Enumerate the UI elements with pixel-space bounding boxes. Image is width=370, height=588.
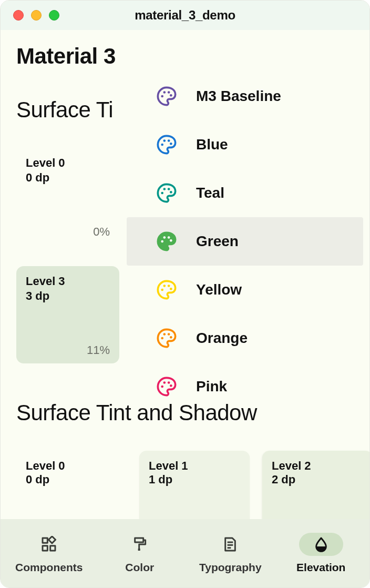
color-option[interactable]: Blue xyxy=(127,120,363,169)
elevation-tile-s2: Level 2 2 dp xyxy=(262,451,369,519)
elevation-tile-s0: Level 0 0 dp xyxy=(16,451,127,519)
color-option-label: Blue xyxy=(196,136,228,153)
color-option-label: M3 Baseline xyxy=(196,88,281,105)
page-title: Material 3 xyxy=(16,44,354,69)
titlebar: material_3_demo xyxy=(1,1,369,30)
svg-point-21 xyxy=(163,333,166,336)
palette-icon xyxy=(156,328,177,349)
svg-point-27 xyxy=(170,384,172,387)
svg-point-1 xyxy=(163,91,166,94)
svg-point-10 xyxy=(168,188,170,190)
svg-point-15 xyxy=(170,239,172,242)
color-option[interactable]: Yellow xyxy=(127,266,363,314)
nav-tab-components[interactable]: Components xyxy=(4,533,95,574)
svg-point-5 xyxy=(163,139,166,142)
svg-point-3 xyxy=(170,94,172,97)
svg-rect-31 xyxy=(49,536,56,543)
opacity-icon xyxy=(299,533,343,556)
svg-rect-33 xyxy=(138,549,140,551)
elevation-tile-s1: Level 1 1 dp xyxy=(139,451,250,519)
svg-point-4 xyxy=(161,144,163,146)
nav-tab-color[interactable]: Color xyxy=(95,533,186,574)
tile-dp: 0 dp xyxy=(26,171,110,185)
elevation-tile-3: Level 3 3 dp 11% xyxy=(16,266,119,363)
text_snippet-icon xyxy=(208,533,252,556)
nav-label: Components xyxy=(15,561,83,574)
svg-point-20 xyxy=(161,337,163,340)
svg-point-12 xyxy=(161,240,163,243)
svg-point-22 xyxy=(168,333,170,336)
color-option[interactable]: Green xyxy=(127,217,363,266)
color-option-label: Green xyxy=(196,233,239,250)
svg-point-14 xyxy=(168,236,170,239)
palette-icon xyxy=(156,279,177,300)
tile-pct: 11% xyxy=(87,343,110,357)
window-title: material_3_demo xyxy=(1,8,369,23)
svg-point-11 xyxy=(170,191,172,194)
color-option[interactable]: M3 Baseline xyxy=(127,72,363,120)
color-option-label: Yellow xyxy=(196,281,242,298)
svg-point-0 xyxy=(161,95,163,98)
tile-level: Level 0 xyxy=(26,156,110,170)
nav-label: Color xyxy=(125,561,154,574)
tile-dp: 3 dp xyxy=(26,289,110,303)
svg-point-24 xyxy=(161,386,163,388)
nav-tab-typography[interactable]: Typography xyxy=(185,533,276,574)
tile-level: Level 0 xyxy=(26,459,117,473)
tile-level: Level 3 xyxy=(26,275,110,288)
tile-dp: 2 dp xyxy=(272,473,363,486)
color-option-label: Teal xyxy=(196,185,224,201)
palette-icon xyxy=(156,86,177,107)
palette-icon xyxy=(156,231,177,252)
svg-point-6 xyxy=(168,139,170,142)
palette-icon xyxy=(156,376,177,397)
svg-point-13 xyxy=(163,236,166,239)
color-option-label: Orange xyxy=(196,330,248,347)
svg-point-7 xyxy=(170,143,172,145)
color-option[interactable]: Orange xyxy=(127,314,363,362)
color-option[interactable]: Teal xyxy=(127,169,363,217)
svg-point-8 xyxy=(161,192,163,195)
tile-dp: 0 dp xyxy=(26,473,117,486)
color-picker-menu: M3 Baseline Blue Teal Green Yellow Orang… xyxy=(127,72,363,411)
svg-point-2 xyxy=(168,91,170,94)
nav-tab-elevation[interactable]: Elevation xyxy=(276,533,367,574)
svg-point-9 xyxy=(163,188,166,190)
svg-point-19 xyxy=(170,288,172,290)
app-window: material_3_demo Material 3 Surface Ti Le… xyxy=(0,0,370,588)
tile-pct: 0% xyxy=(93,225,110,239)
svg-point-23 xyxy=(170,336,172,339)
svg-point-25 xyxy=(163,381,166,384)
tile-level: Level 1 xyxy=(149,459,240,473)
bottom-navigation: ComponentsColorTypographyElevation xyxy=(1,519,369,587)
svg-rect-28 xyxy=(43,538,47,543)
tile-level: Level 2 xyxy=(272,459,363,473)
nav-label: Typography xyxy=(199,561,262,574)
svg-point-16 xyxy=(161,289,163,291)
nav-label: Elevation xyxy=(296,561,345,574)
color-option[interactable]: Pink xyxy=(127,362,363,411)
svg-rect-29 xyxy=(43,546,47,551)
tile-dp: 1 dp xyxy=(149,473,240,486)
elevation-tile-0: Level 0 0 dp 0% xyxy=(16,148,119,245)
svg-point-17 xyxy=(163,285,166,287)
shadow-row: Level 0 0 dp Level 1 1 dp Level 2 2 dp xyxy=(16,451,354,519)
palette-icon xyxy=(156,134,177,155)
color-option-label: Pink xyxy=(196,378,227,395)
svg-point-26 xyxy=(168,381,170,384)
content-area: Material 3 Surface Ti Level 0 0 dp 0% Le… xyxy=(1,30,369,519)
palette-icon xyxy=(156,183,177,204)
widgets-icon xyxy=(27,533,71,556)
svg-rect-32 xyxy=(135,538,143,542)
format_paint-icon xyxy=(118,533,162,556)
svg-point-18 xyxy=(168,285,170,287)
svg-rect-30 xyxy=(50,546,55,551)
